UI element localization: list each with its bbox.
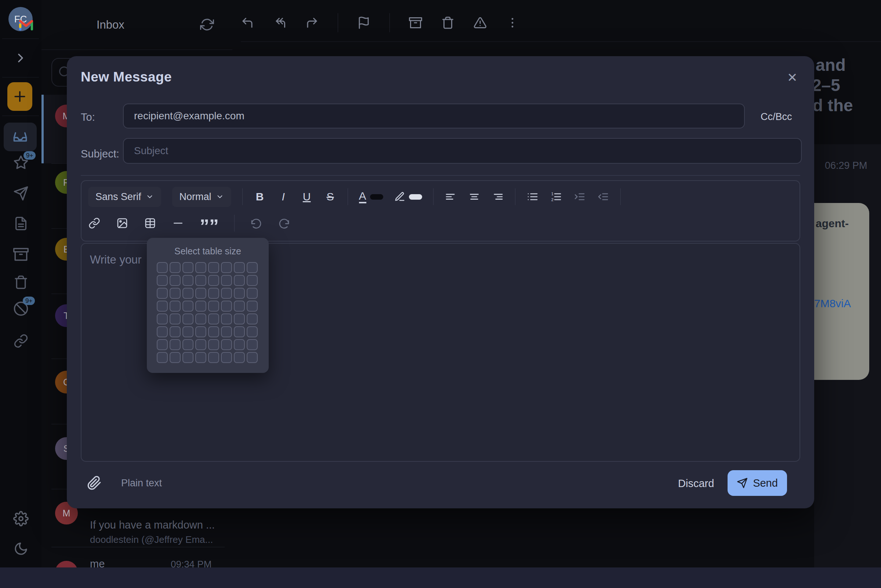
subject-input[interactable] [123, 138, 802, 164]
to-input[interactable] [123, 104, 745, 129]
table-size-cell[interactable] [208, 275, 219, 286]
table-size-cell[interactable] [157, 288, 168, 299]
refresh-button[interactable] [200, 18, 214, 32]
settings-button[interactable] [13, 511, 29, 526]
table-size-cell[interactable] [234, 275, 245, 286]
table-size-cell[interactable] [221, 262, 232, 273]
table-size-cell[interactable] [221, 339, 232, 350]
table-size-cell[interactable] [195, 326, 206, 337]
reply-all-button[interactable] [273, 16, 286, 29]
send-button[interactable]: Send [728, 470, 787, 496]
table-size-cell[interactable] [247, 301, 258, 312]
table-size-cell[interactable] [182, 352, 194, 363]
table-size-cell[interactable] [170, 326, 181, 337]
insert-link-button[interactable] [88, 217, 101, 229]
table-size-cell[interactable] [157, 262, 168, 273]
table-size-cell[interactable] [195, 314, 206, 324]
discard-button[interactable]: Discard [678, 477, 714, 490]
table-size-cell[interactable] [247, 339, 258, 350]
table-size-cell[interactable] [195, 262, 206, 273]
attach-file-button[interactable] [87, 476, 102, 490]
card-link[interactable]: 7M8viA [814, 297, 851, 310]
outdent-button[interactable] [597, 191, 609, 202]
table-size-cell[interactable] [157, 314, 168, 324]
table-size-cell[interactable] [208, 301, 219, 312]
table-size-cell[interactable] [195, 301, 206, 312]
table-size-cell[interactable] [182, 275, 194, 286]
compose-button[interactable] [8, 82, 32, 111]
table-size-cell[interactable] [247, 326, 258, 337]
table-size-cell[interactable] [234, 314, 245, 324]
table-size-cell[interactable] [157, 352, 168, 363]
table-size-cell[interactable] [234, 339, 245, 350]
align-center-button[interactable] [468, 191, 480, 202]
spam-button[interactable] [474, 16, 487, 29]
delete-button[interactable] [441, 16, 455, 29]
table-size-cell[interactable] [170, 301, 181, 312]
table-size-cell[interactable] [195, 352, 206, 363]
align-right-button[interactable] [492, 191, 504, 202]
table-size-cell[interactable] [221, 275, 232, 286]
underline-button[interactable]: U [301, 190, 313, 203]
table-size-cell[interactable] [247, 314, 258, 324]
redo-button[interactable] [278, 217, 290, 229]
table-size-cell[interactable] [247, 275, 258, 286]
table-size-cell[interactable] [221, 352, 232, 363]
table-size-cell[interactable] [182, 339, 194, 350]
table-size-cell[interactable] [170, 275, 181, 286]
sidebar-item-links[interactable] [13, 333, 29, 349]
table-size-cell[interactable] [182, 314, 194, 324]
plain-text-toggle[interactable]: Plain text [121, 477, 162, 489]
undo-button[interactable] [250, 217, 263, 229]
close-icon[interactable]: ✕ [787, 70, 798, 85]
more-options-button[interactable] [506, 16, 519, 29]
table-size-cell[interactable] [234, 326, 245, 337]
table-size-cell[interactable] [182, 288, 194, 299]
blockquote-button[interactable]: ”” [200, 216, 219, 230]
table-size-cell[interactable] [208, 339, 219, 350]
sidebar-expand-button[interactable] [13, 51, 28, 65]
strikethrough-button[interactable]: S [324, 190, 337, 203]
align-left-button[interactable] [444, 191, 457, 202]
sidebar-item-starred[interactable]: 9+ [13, 155, 29, 170]
table-size-cell[interactable] [195, 339, 206, 350]
table-size-cell[interactable] [170, 262, 181, 273]
horizontal-rule-button[interactable] [172, 217, 184, 229]
insert-table-button[interactable] [144, 217, 156, 229]
archive-button[interactable] [409, 16, 422, 29]
paragraph-style-select[interactable]: Normal [172, 187, 231, 207]
bullet-list-button[interactable] [527, 191, 539, 202]
table-size-cell[interactable] [247, 262, 258, 273]
italic-button[interactable]: I [277, 190, 290, 203]
table-size-cell[interactable] [208, 262, 219, 273]
sidebar-item-spam[interactable]: 9+ [13, 301, 29, 316]
text-color-button[interactable]: A [359, 190, 383, 203]
insert-image-button[interactable] [116, 217, 129, 229]
table-size-cell[interactable] [157, 339, 168, 350]
table-size-cell[interactable] [221, 326, 232, 337]
table-size-cell[interactable] [182, 262, 194, 273]
sidebar-item-archive[interactable] [13, 247, 29, 262]
table-size-cell[interactable] [247, 288, 258, 299]
sidebar-item-drafts[interactable] [13, 216, 29, 231]
ccbcc-toggle[interactable]: Cc/Bcc [761, 111, 792, 123]
table-size-cell[interactable] [182, 301, 194, 312]
indent-button[interactable] [573, 191, 586, 202]
table-size-cell[interactable] [208, 352, 219, 363]
table-size-cell[interactable] [221, 314, 232, 324]
font-family-select[interactable]: Sans Serif [88, 187, 161, 207]
table-size-cell[interactable] [221, 301, 232, 312]
table-size-cell[interactable] [234, 262, 245, 273]
table-size-cell[interactable] [247, 352, 258, 363]
table-size-cell[interactable] [170, 314, 181, 324]
sidebar-item-sent[interactable] [13, 186, 29, 201]
dark-mode-toggle[interactable] [13, 541, 29, 556]
sidebar-item-trash[interactable] [13, 274, 29, 290]
table-size-cell[interactable] [208, 314, 219, 324]
table-size-cell[interactable] [234, 288, 245, 299]
table-size-cell[interactable] [170, 352, 181, 363]
forward-button[interactable] [305, 16, 319, 29]
table-size-cell[interactable] [157, 301, 168, 312]
table-size-cell[interactable] [157, 275, 168, 286]
email-snippet[interactable]: doodlestein (@Jeffrey Ema... [90, 534, 213, 545]
